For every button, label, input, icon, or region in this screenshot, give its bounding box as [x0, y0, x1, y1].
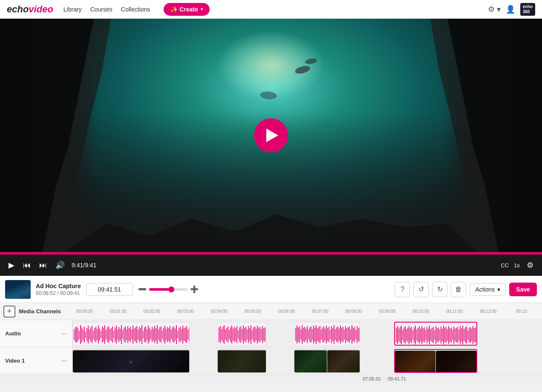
- svg-rect-15: [89, 329, 90, 340]
- svg-rect-160: [332, 328, 333, 341]
- audio-track-content[interactable]: // inline waveform generation via style: [72, 320, 542, 347]
- audio-clip-4-selected[interactable]: ⊞ ≡ ⊡ 00:09:41: [394, 322, 477, 346]
- svg-rect-137: [303, 328, 304, 341]
- svg-rect-102: [229, 330, 230, 339]
- svg-rect-51: [135, 327, 136, 342]
- canyon-right-shadow: [444, 19, 542, 252]
- svg-rect-17: [92, 326, 92, 343]
- help-button[interactable]: ?: [395, 282, 410, 297]
- cc-label[interactable]: CC: [501, 262, 509, 269]
- time-input[interactable]: [86, 283, 133, 296]
- audio-clip-1[interactable]: // inline waveform generation via style: [72, 322, 190, 346]
- svg-rect-173: [349, 326, 350, 343]
- svg-rect-32: [111, 328, 112, 341]
- svg-rect-95: [220, 326, 221, 343]
- svg-rect-132: [297, 326, 297, 343]
- svg-rect-105: [233, 329, 234, 340]
- svg-rect-127: [261, 329, 262, 340]
- svg-rect-7: [79, 331, 80, 339]
- rewind-button[interactable]: ⏮: [21, 259, 32, 272]
- fast-forward-button[interactable]: ⏭: [37, 259, 49, 272]
- user-icon-button[interactable]: 👤: [506, 5, 515, 14]
- save-button[interactable]: Save: [509, 283, 537, 296]
- svg-rect-83: [176, 325, 177, 344]
- svg-rect-66: [154, 326, 155, 343]
- actions-button[interactable]: Actions ▾: [470, 283, 506, 296]
- svg-rect-94: [219, 327, 219, 342]
- svg-rect-82: [175, 329, 176, 340]
- progress-bar[interactable]: [0, 252, 542, 255]
- speed-label[interactable]: 1x: [514, 262, 520, 269]
- svg-rect-126: [259, 327, 260, 342]
- volume-increase-button[interactable]: ➕: [190, 285, 199, 293]
- svg-rect-71: [161, 326, 161, 343]
- svg-rect-103: [230, 327, 231, 342]
- volume-decrease-button[interactable]: ➖: [138, 285, 147, 293]
- play-button[interactable]: [254, 118, 288, 152]
- settings-icon-button[interactable]: ⚙ ▾: [488, 5, 501, 14]
- controls-right: CC 1x ⚙: [501, 259, 535, 272]
- nav-links: Library Courses Collections ✨ Create ▾: [63, 3, 210, 16]
- svg-rect-138: [304, 327, 305, 342]
- svg-rect-230: [457, 327, 458, 343]
- svg-rect-113: [243, 326, 244, 343]
- play-pause-button[interactable]: ▶: [7, 259, 16, 272]
- svg-rect-226: [452, 330, 453, 340]
- svg-rect-37: [117, 329, 118, 340]
- progress-fill: [0, 252, 542, 255]
- audio-clip-3[interactable]: [294, 322, 360, 346]
- svg-rect-212: [434, 330, 435, 340]
- svg-rect-204: [424, 327, 425, 343]
- time-marker-1: 07:05.01: [72, 376, 384, 381]
- create-button[interactable]: ✨ Create ▾: [164, 3, 209, 16]
- svg-rect-110: [239, 327, 240, 342]
- settings-button[interactable]: ⚙: [525, 259, 535, 272]
- video-track-content[interactable]: ▶: [72, 347, 542, 374]
- svg-rect-45: [127, 326, 128, 343]
- svg-rect-152: [322, 327, 323, 342]
- add-channel-button[interactable]: +: [3, 306, 15, 318]
- nav-courses[interactable]: Courses: [90, 6, 112, 13]
- audio-track-menu[interactable]: ···: [61, 330, 67, 338]
- delete-button[interactable]: 🗑: [451, 282, 466, 297]
- nav-collections[interactable]: Collections: [121, 6, 150, 13]
- video-clip-3[interactable]: [294, 349, 360, 373]
- svg-rect-184: [398, 329, 399, 341]
- svg-rect-98: [224, 325, 225, 344]
- svg-rect-129: [263, 328, 264, 341]
- video-clip-4-selected[interactable]: [394, 349, 477, 373]
- svg-rect-209: [430, 329, 431, 341]
- svg-rect-60: [147, 329, 147, 340]
- video-clip-2[interactable]: [217, 349, 266, 373]
- svg-rect-119: [251, 325, 251, 344]
- svg-rect-36: [116, 326, 117, 343]
- audio-clip-2[interactable]: [217, 322, 266, 346]
- redo-button[interactable]: ↻: [432, 282, 447, 297]
- svg-rect-34: [113, 331, 114, 338]
- svg-rect-194: [411, 327, 412, 343]
- undo-button[interactable]: ↺: [413, 282, 429, 297]
- svg-rect-211: [433, 327, 434, 343]
- volume-slider[interactable]: [149, 288, 187, 291]
- svg-rect-167: [341, 328, 342, 341]
- svg-rect-96: [221, 329, 222, 340]
- video-track-menu[interactable]: ···: [61, 357, 67, 365]
- video-container: [0, 19, 542, 252]
- svg-rect-149: [318, 327, 319, 342]
- svg-rect-243: [474, 328, 475, 342]
- svg-rect-188: [404, 327, 404, 343]
- svg-rect-52: [136, 326, 137, 343]
- svg-rect-117: [248, 326, 249, 343]
- svg-rect-122: [254, 326, 255, 343]
- svg-rect-238: [467, 330, 468, 340]
- video-clip-1[interactable]: ▶: [72, 349, 190, 373]
- svg-rect-218: [442, 329, 443, 341]
- ruler-mark-5: 00:05:00: [236, 309, 270, 314]
- logo-echo: echo: [7, 4, 29, 15]
- svg-rect-120: [252, 330, 253, 339]
- nav-library[interactable]: Library: [63, 6, 82, 13]
- svg-rect-241: [471, 329, 472, 341]
- svg-rect-233: [461, 328, 462, 342]
- svg-rect-157: [329, 327, 329, 342]
- volume-button[interactable]: 🔊: [54, 259, 66, 272]
